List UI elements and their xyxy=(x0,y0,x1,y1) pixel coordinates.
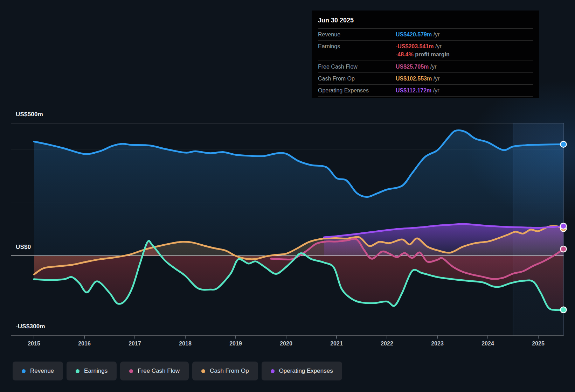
earnings-end-dot[interactable] xyxy=(561,307,567,313)
tooltip-profit-margin-row: -48.4% profit margin xyxy=(318,50,533,61)
tooltip-row-earnings: Earnings-US$203.541m /yr xyxy=(318,41,533,50)
tooltip-row-free-cash-flow: Free Cash FlowUS$25.705m /yr xyxy=(318,61,533,73)
x-axis-year-label-2016: 2016 xyxy=(70,340,98,347)
y-axis-label-0: US$0 xyxy=(16,243,31,251)
revenue-legend-dot-icon xyxy=(22,369,26,373)
x-axis-year-label-2022: 2022 xyxy=(373,340,401,347)
legend-item-revenue[interactable]: Revenue xyxy=(13,362,63,380)
legend-label-earnings: Earnings xyxy=(84,368,108,374)
cash-from-op-legend-dot-icon xyxy=(201,369,205,373)
x-axis-year-label-2024: 2024 xyxy=(474,340,502,347)
x-axis-year-label-2023: 2023 xyxy=(423,340,451,347)
tooltip-label-earnings: Earnings xyxy=(318,43,396,50)
operating-expenses-legend-dot-icon xyxy=(271,369,275,373)
x-axis-year-label-2020: 2020 xyxy=(272,340,300,347)
tooltip-value-cash-from-op: US$102.553m /yr xyxy=(396,76,533,82)
free-cash-flow-end-dot[interactable] xyxy=(561,246,567,252)
x-axis-year-label-2017: 2017 xyxy=(121,340,149,347)
x-axis-year-label-2015: 2015 xyxy=(20,340,48,347)
chart-legend: RevenueEarningsFree Cash FlowCash From O… xyxy=(13,362,342,380)
y-axis-label-500: US$500m xyxy=(16,110,43,119)
legend-item-cash-from-op[interactable]: Cash From Op xyxy=(192,362,258,380)
tooltip-date: Jun 30 2025 xyxy=(318,15,533,29)
tooltip-row-revenue: RevenueUS$420.579m /yr xyxy=(318,29,533,41)
tooltip-value-earnings: -US$203.541m /yr xyxy=(396,43,533,50)
tooltip-label-operating-expenses: Operating Expenses xyxy=(318,88,396,94)
x-axis-year-label-2018: 2018 xyxy=(171,340,199,347)
earnings-legend-dot-icon xyxy=(76,369,79,373)
legend-item-earnings[interactable]: Earnings xyxy=(67,362,117,380)
tooltip-value-free-cash-flow: US$25.705m /yr xyxy=(396,64,533,70)
revenue-end-dot[interactable] xyxy=(561,141,567,147)
y-axis-label--300: -US$300m xyxy=(16,322,45,331)
legend-item-free-cash-flow[interactable]: Free Cash Flow xyxy=(120,362,189,380)
operating-expenses-end-dot[interactable] xyxy=(561,223,567,229)
legend-label-operating-expenses: Operating Expenses xyxy=(279,368,333,374)
free-cash-flow-legend-dot-icon xyxy=(129,369,133,373)
legend-label-cash-from-op: Cash From Op xyxy=(210,368,249,374)
x-axis-year-label-2021: 2021 xyxy=(323,340,351,347)
legend-item-operating-expenses[interactable]: Operating Expenses xyxy=(262,362,342,380)
legend-label-free-cash-flow: Free Cash Flow xyxy=(138,368,180,374)
tooltip-row-cash-from-op: Cash From OpUS$102.553m /yr xyxy=(318,73,533,85)
tooltip-value-operating-expenses: US$112.172m /yr xyxy=(396,88,533,94)
x-axis-year-label-2025: 2025 xyxy=(524,340,552,347)
financial-history-chart: US$500mUS$0-US$300m 20152016201720182019… xyxy=(0,0,575,392)
x-axis-year-label-2019: 2019 xyxy=(222,340,250,347)
tooltip-row-operating-expenses: Operating ExpensesUS$112.172m /yr xyxy=(318,85,533,97)
tooltip-value-revenue: US$420.579m /yr xyxy=(396,31,533,38)
legend-label-revenue: Revenue xyxy=(30,368,54,374)
hover-tooltip: Jun 30 2025 RevenueUS$420.579m /yrEarnin… xyxy=(312,10,539,98)
tooltip-label-revenue: Revenue xyxy=(318,31,396,38)
tooltip-label-cash-from-op: Cash From Op xyxy=(318,76,396,82)
tooltip-label-free-cash-flow: Free Cash Flow xyxy=(318,64,396,70)
